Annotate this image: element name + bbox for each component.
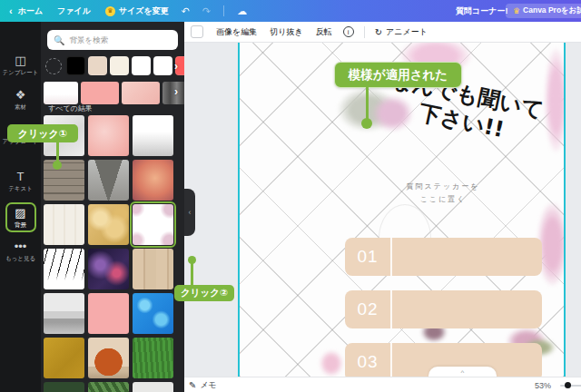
- header-divider: [223, 5, 224, 16]
- memo-button[interactable]: ✎ メモ: [189, 379, 217, 391]
- collapse-up-chevron-icon: ^: [461, 368, 465, 377]
- thumb-pink-watercolor[interactable]: [88, 115, 129, 156]
- file-menu-button[interactable]: ファイル: [57, 5, 91, 17]
- swatch-white-2[interactable]: [153, 56, 172, 75]
- cloud-sync-icon: ☁: [237, 5, 247, 17]
- swatch-cream[interactable]: [110, 56, 129, 75]
- sidebar-item-icon: •••: [15, 240, 27, 253]
- thumb-white-gradient[interactable]: [133, 115, 173, 156]
- annotation-click-2: クリック②: [174, 285, 234, 301]
- animate-button[interactable]: ↻ アニメート: [375, 26, 428, 38]
- bar-number: 03: [345, 352, 390, 372]
- thumb-palm-leaves[interactable]: [88, 382, 129, 392]
- swatch-white-1[interactable]: [132, 56, 151, 75]
- annotation-line: [366, 87, 369, 120]
- thumb-floral-frame[interactable]: [133, 204, 173, 245]
- thumb-basketball[interactable]: [88, 338, 129, 378]
- list-bar-01[interactable]: 01: [345, 238, 542, 276]
- color-swatch-row: [45, 56, 184, 75]
- workspace: なんでも聞いて 下さい!! 質問ステッカーを ここに置く 01 02 03: [184, 43, 581, 377]
- texture-strip-row: [44, 82, 184, 104]
- texture-pink-dots[interactable]: [81, 82, 119, 104]
- back-chevron-icon[interactable]: ‹: [9, 5, 13, 16]
- texture-row-chevron-icon[interactable]: ›: [174, 85, 178, 98]
- zoom-percentage: 53%: [535, 381, 551, 390]
- thumb-light-paper[interactable]: [133, 382, 173, 392]
- sidebar-item-label: テンプレート: [3, 69, 39, 77]
- thumb-foggy-road[interactable]: [88, 160, 129, 201]
- thumb-blue-water[interactable]: [133, 293, 173, 334]
- sticker-placeholder-text[interactable]: 質問ステッカーを ここに置く: [379, 181, 507, 207]
- zoom-slider-knob[interactable]: [565, 382, 571, 388]
- try-canva-pro-button[interactable]: ♛ Canva Proをお試しください: [506, 4, 581, 18]
- results-header: すべての結果: [48, 103, 93, 113]
- search-box[interactable]: 🔍: [47, 30, 178, 50]
- sidebar-item-elements[interactable]: ❖ 素材: [0, 83, 41, 118]
- sidebar-item-templates[interactable]: ◫ テンプレート: [0, 49, 41, 83]
- bar-divider: [390, 290, 392, 328]
- annotation-dot: [53, 161, 62, 170]
- bar-divider: [390, 343, 392, 377]
- toolbar-divider: [364, 26, 365, 38]
- background-search-panel: 🔍 › › すべての結果: [41, 22, 184, 392]
- thumb-galaxy[interactable]: [88, 249, 129, 289]
- sidebar-item-background[interactable]: ▨ 背景: [5, 202, 36, 232]
- page-collapse-tab[interactable]: ^: [428, 367, 497, 377]
- petal-bottom-left: [320, 350, 343, 377]
- thumb-orange-blur[interactable]: [133, 160, 173, 201]
- bar-number: 01: [345, 247, 390, 267]
- sidebar-item-label: 素材: [15, 103, 26, 112]
- thumb-brick-wall[interactable]: [44, 160, 84, 201]
- search-icon: 🔍: [54, 35, 64, 45]
- swatch-black[interactable]: [66, 56, 85, 75]
- bar-number: 02: [345, 299, 390, 319]
- document-color-swatch[interactable]: [191, 25, 203, 38]
- left-sidebar: ◫ テンプレート ❖ 素材 ☁ アップロード T テキスト ▨ 背景 ••• も…: [0, 22, 41, 392]
- sidebar-item-more[interactable]: ••• もっと見る: [0, 235, 41, 270]
- background-thumbnail-grid: [44, 115, 173, 392]
- color-wheel-icon[interactable]: [45, 58, 62, 74]
- resize-button[interactable]: ♛ サイズを変更: [105, 5, 169, 17]
- bar-divider: [390, 238, 392, 276]
- sidebar-item-text[interactable]: T テキスト: [0, 165, 41, 200]
- thumb-dark-leaves[interactable]: [44, 382, 84, 392]
- document-title[interactable]: 質問コーナー!: [456, 5, 507, 17]
- swatch-row-chevron-icon[interactable]: ›: [174, 60, 178, 73]
- thumb-beige-marble[interactable]: [133, 249, 173, 289]
- sidebar-item-icon: T: [17, 171, 25, 183]
- thumb-mustard-fabric[interactable]: [44, 338, 84, 378]
- design-canvas[interactable]: なんでも聞いて 下さい!! 質問ステッカーを ここに置く 01 02 03: [238, 43, 566, 377]
- texture-pink-watercolor[interactable]: [122, 82, 160, 104]
- collapse-chevron-icon: ‹: [189, 208, 192, 217]
- thumb-ink-scribble[interactable]: [44, 249, 84, 289]
- home-button[interactable]: ホーム: [18, 5, 43, 17]
- annotation-line: [191, 261, 193, 287]
- sidebar-item-label: もっと見る: [5, 255, 35, 263]
- thumb-grass[interactable]: [133, 338, 173, 378]
- sidebar-item-label: テキスト: [8, 185, 33, 193]
- annotation-click-1: クリック①: [7, 124, 78, 142]
- texture-dark-streaks[interactable]: [162, 82, 184, 104]
- thumb-sprig-wallpaper[interactable]: [44, 204, 84, 245]
- flip-button[interactable]: 反転: [316, 26, 332, 38]
- panel-collapse-tab[interactable]: ‹: [184, 189, 195, 236]
- thumb-bw-beach[interactable]: [44, 293, 84, 334]
- search-input[interactable]: [69, 35, 169, 44]
- thumb-gold-bokeh[interactable]: [88, 204, 129, 245]
- crop-button[interactable]: 切り抜き: [270, 26, 302, 38]
- swatch-beige[interactable]: [88, 56, 107, 75]
- crown-icon: ♛: [105, 6, 115, 16]
- thumb-pink-dot-pattern[interactable]: [88, 293, 129, 334]
- zoom-slider[interactable]: [560, 385, 581, 387]
- texture-white-floral[interactable]: [44, 82, 78, 104]
- pro-crown-icon: ♛: [513, 6, 520, 15]
- sidebar-item-icon: ◫: [15, 54, 25, 67]
- list-bar-02[interactable]: 02: [345, 290, 542, 328]
- info-icon[interactable]: i: [343, 26, 354, 37]
- memo-icon: ✎: [189, 380, 196, 390]
- undo-icon[interactable]: ↶: [182, 5, 190, 17]
- edit-image-button[interactable]: 画像を編集: [216, 26, 257, 38]
- canva-editor-window: ‹ ホーム ファイル ♛ サイズを変更 ↶ ↷ ☁ 質問コーナー! ♛ Canv…: [0, 0, 581, 392]
- redo-icon[interactable]: ↷: [202, 5, 211, 17]
- annotation-dot: [361, 118, 372, 129]
